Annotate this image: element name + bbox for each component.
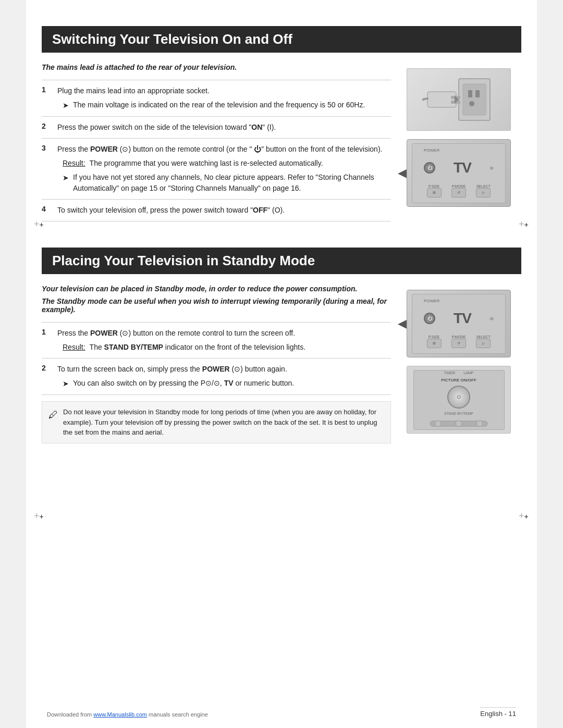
section2-intro1: Your television can be placed in Standby… — [42, 285, 391, 293]
note-box: 🖊 Do not leave your television in Standb… — [42, 401, 391, 443]
step2-content: Press the power switch on the side of th… — [57, 117, 391, 139]
standby-bold: STAND BY/TEMP — [104, 343, 163, 351]
footer-download: Downloaded from www.Manualslib.com manua… — [47, 711, 208, 718]
table-row: 2 To turn the screen back on, simply pre… — [42, 359, 391, 395]
svg-point-12 — [476, 421, 483, 427]
section2-images: POWER ⏻ TV ≋ P.SIZE ⊞ P.MODE ↺ — [407, 285, 521, 443]
svg-point-11 — [456, 421, 462, 427]
svg-rect-5 — [427, 92, 456, 107]
power-button-2: ⏻ — [424, 313, 435, 324]
psize-group-1: P.SIZE ⊞ — [427, 184, 442, 198]
tv-panel-inner-2: POWER ⏻ TV ≋ P.SIZE ⊞ P.MODE ↺ — [412, 294, 506, 354]
step4-num: 4 — [42, 200, 57, 221]
crosshair-left-1: + — [34, 219, 44, 229]
fp-lamp-label: LAMP — [463, 371, 473, 375]
select-btn-1: ▷ — [476, 188, 491, 198]
psize-btn-2: ⊞ — [427, 339, 442, 348]
table-row: 3 Press the POWER (⊙) button on the remo… — [42, 139, 391, 200]
step3-num: 3 — [42, 139, 57, 200]
plug-socket-image — [407, 68, 511, 131]
tv-logo-1: TV — [454, 159, 471, 176]
download-link[interactable]: www.Manualslib.com — [93, 711, 147, 718]
tv-panel-image-2: POWER ⏻ TV ≋ P.SIZE ⊞ P.MODE ↺ — [407, 290, 511, 357]
power-button-1: ⏻ — [424, 162, 435, 174]
s2-step1-result-text: The STAND BY/TEMP indicator on the front… — [90, 342, 306, 353]
s2-step2-arrow-text: You can also switch on by pressing the P… — [73, 378, 294, 389]
crosshair-right-1: + — [519, 219, 529, 229]
step3-bold-power: POWER — [90, 145, 118, 153]
tv-signal-1: ≋ — [489, 165, 494, 171]
s2-step2-bold-power: POWER — [202, 365, 230, 373]
pmode-group-1: P.MODE ↺ — [451, 184, 466, 198]
psize-group-2: P.SIZE ⊞ — [427, 335, 442, 348]
s2-step1-bold-power: POWER — [90, 329, 118, 337]
svg-rect-3 — [475, 90, 480, 97]
table-row: 2 Press the power switch on the side of … — [42, 117, 391, 139]
fp-timer-label: TIMER — [444, 371, 456, 375]
svg-point-4 — [469, 101, 474, 106]
step1-arrow: ➤ The main voltage is indicated on the r… — [63, 100, 391, 111]
tv-panel-inner-1: POWER ⏻ TV ≋ P.SIZE ⊞ P.MODE ↺ — [412, 143, 506, 203]
step3-result: Result: The programme that you were watc… — [63, 158, 391, 169]
pmode-btn-1: ↺ — [451, 188, 466, 198]
step2-num: 2 — [42, 117, 57, 139]
table-row: 1 Press the POWER (⊙) button on the remo… — [42, 323, 391, 359]
select-btn-2: ▷ — [476, 339, 491, 348]
pmode-btn-2: ↺ — [451, 339, 466, 348]
tv-panel-image-1: POWER ⏻ TV ≋ P.SIZE ⊞ P.MODE ↺ — [407, 139, 511, 207]
select-label-1: SELECT — [476, 184, 491, 188]
select-group-1: SELECT ▷ — [476, 184, 491, 198]
section2-intro2: The Standby mode can be useful when you … — [42, 297, 391, 314]
svg-rect-2 — [468, 90, 472, 97]
psize-btn-1: ⊞ — [427, 188, 442, 198]
fp-picture-label: PICTURE ON/OFF — [441, 378, 476, 382]
table-row: 1 Plug the mains lead into an appropriat… — [42, 80, 391, 117]
s2-step2-content: To turn the screen back on, simply press… — [57, 359, 391, 395]
section-separator-1 — [26, 221, 537, 237]
s2-result-label: Result: — [63, 342, 85, 353]
power-label-2: POWER — [420, 299, 498, 303]
crosshair-left-2: + — [34, 511, 44, 521]
s2-step2-arrow: ➤ You can also switch on by pressing the… — [63, 378, 391, 389]
tv-buttons-row-1: P.SIZE ⊞ P.MODE ↺ SELECT ▷ — [420, 183, 498, 199]
section2-body: Your television can be placed in Standby… — [42, 285, 521, 443]
note-icon: 🖊 — [48, 408, 58, 422]
psize-label-2: P.SIZE — [427, 335, 442, 339]
crosshair-right-2: + — [519, 511, 529, 521]
step1-arrow-text: The main voltage is indicated on the rea… — [73, 100, 365, 110]
section2-steps-table: 1 Press the POWER (⊙) button on the remo… — [42, 322, 391, 395]
step1-num: 1 — [42, 80, 57, 117]
page: + + + + Switching Your Television On and… — [26, 0, 537, 728]
step3-arrow-text: If you have not yet stored any channels,… — [73, 172, 391, 194]
step4-bold-off: OFF — [253, 206, 267, 214]
plug-svg — [422, 73, 495, 126]
download-suffix: manuals search engine — [147, 711, 208, 718]
result-label: Result: — [63, 158, 85, 169]
step3-result-text: The programme that you were watching las… — [90, 158, 323, 169]
section1-title: Switching Your Television On and Off — [42, 26, 521, 53]
fp-standby-label: STAND BY/TEMP — [444, 412, 473, 415]
section1-intro: The mains lead is attached to the rear o… — [42, 63, 391, 71]
section2-title: Placing Your Television in Standby Mode — [42, 248, 521, 274]
section1-steps-table: 1 Plug the mains lead into an appropriat… — [42, 80, 391, 221]
tv-signal-2: ≋ — [489, 316, 494, 322]
section1-left: The mains lead is attached to the rear o… — [42, 63, 396, 221]
table-row: 4 To switch your television off, press t… — [42, 200, 391, 221]
section1-body: The mains lead is attached to the rear o… — [42, 63, 521, 221]
pmode-label-1: P.MODE — [451, 184, 466, 188]
tv-logo-2: TV — [454, 310, 471, 327]
section1-images: POWER ⏻ TV ≋ P.SIZE ⊞ P.MODE ↺ — [407, 63, 521, 221]
step3-content: Press the POWER (⊙) button on the remote… — [57, 139, 391, 200]
footer-page: English - 11 — [480, 707, 516, 718]
arrow-icon: ➤ — [63, 100, 69, 111]
svg-rect-1 — [463, 84, 486, 115]
arrow-overlay-2: ◀ — [398, 317, 407, 330]
step1-content: Plug the mains lead into an appropriate … — [57, 80, 391, 117]
s2-step1-result: Result: The STAND BY/TEMP indicator on t… — [63, 342, 391, 353]
arrow-icon: ➤ — [63, 378, 69, 389]
svg-point-10 — [435, 421, 441, 427]
pmode-label-2: P.MODE — [451, 335, 466, 339]
step2-bold-on: ON — [251, 123, 262, 131]
fp-bottom-svg — [427, 418, 490, 429]
step1-text: Plug the mains lead into an appropriate … — [57, 87, 210, 95]
